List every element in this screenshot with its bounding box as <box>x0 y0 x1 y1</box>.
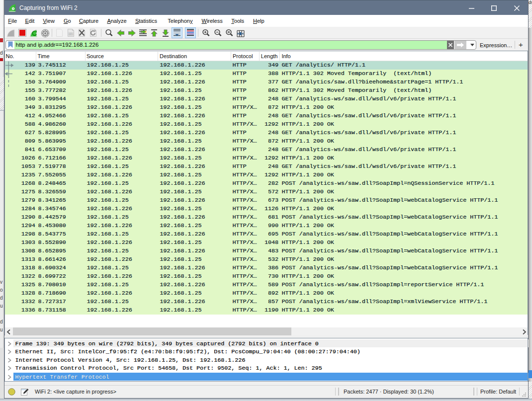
svg-text:010: 010 <box>68 33 73 36</box>
